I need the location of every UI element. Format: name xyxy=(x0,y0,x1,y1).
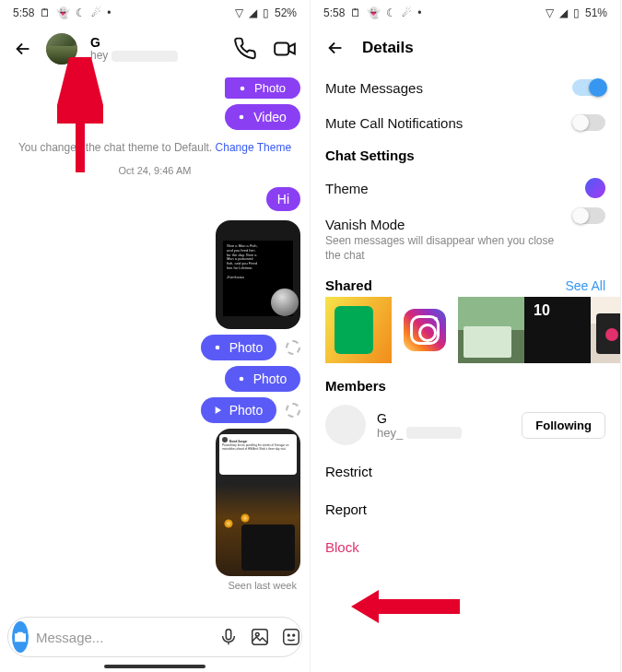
vanish-title: Vanish Mode xyxy=(325,217,405,232)
vanish-toggle[interactable] xyxy=(572,207,605,224)
moon-icon: ☾ xyxy=(386,6,396,19)
details-header: Details xyxy=(311,26,620,70)
member-avatar xyxy=(325,405,366,445)
photo-pill-top[interactable]: Photo xyxy=(225,77,300,99)
status-battery: 51% xyxy=(585,6,607,19)
notification-icon: 🗒 xyxy=(40,6,51,19)
redacted-text xyxy=(406,427,462,439)
back-icon[interactable] xyxy=(13,39,33,59)
mute-messages-row: Mute Messages xyxy=(311,70,620,105)
shared-header: Shared See All xyxy=(311,272,620,297)
chat-body: Photo Video You changed the chat theme t… xyxy=(0,72,310,613)
contact-title-block[interactable]: G hey xyxy=(90,36,178,63)
member-handle: hey_ xyxy=(377,426,462,440)
mute-calls-toggle[interactable] xyxy=(572,114,605,131)
back-icon[interactable] xyxy=(325,38,346,58)
change-theme-link[interactable]: Change Theme xyxy=(216,141,292,154)
video-burst-icon xyxy=(235,111,248,124)
member-row[interactable]: G hey_ Following xyxy=(311,399,620,453)
camera-button[interactable] xyxy=(12,621,29,653)
vanish-desc: Seen messages will disappear when you cl… xyxy=(325,234,605,263)
svg-point-8 xyxy=(255,632,259,636)
details-screen: 5:58 🗒 👻 ☾ ☄ • ▽ ◢ ▯ 51% Details Mute Me… xyxy=(311,0,621,672)
svg-point-4 xyxy=(239,377,243,382)
svg-point-1 xyxy=(241,86,245,90)
shared-thumbnails xyxy=(311,297,620,371)
details-title: Details xyxy=(362,39,414,57)
status-battery: 52% xyxy=(275,6,297,19)
mute-messages-toggle[interactable] xyxy=(572,79,605,96)
following-button[interactable]: Following xyxy=(522,412,605,439)
more-dot-icon: • xyxy=(417,6,421,19)
news-card: Barak Sangar Paramilitary forces patroll… xyxy=(219,434,297,475)
system-message: You changed the chat theme to Default. C… xyxy=(9,141,300,154)
battery-icon: ▯ xyxy=(263,6,269,19)
photo-pill-2[interactable]: Photo xyxy=(225,366,300,392)
chat-header: G hey xyxy=(0,26,310,72)
gallery-icon[interactable] xyxy=(250,627,270,647)
status-bar: 5:58 🗒 👻 ☾ ☄ • ▽ ◢ ▯ 52% xyxy=(0,0,310,26)
shared-thumb[interactable] xyxy=(458,297,524,363)
instagram-icon xyxy=(404,309,446,351)
play-icon xyxy=(211,404,224,417)
message-hi[interactable]: Hi xyxy=(266,187,300,211)
photo-pill-1[interactable]: Photo xyxy=(201,335,276,360)
audio-call-icon[interactable] xyxy=(234,37,258,61)
shared-thumb[interactable] xyxy=(325,297,392,363)
video-pill[interactable]: Video xyxy=(225,104,300,130)
block-row[interactable]: Block xyxy=(311,528,620,566)
redacted-text xyxy=(111,51,178,62)
vanish-row: Vanish Mode Seen messages will disappear… xyxy=(311,207,620,272)
sticker-icon[interactable] xyxy=(281,627,301,647)
restrict-row[interactable]: Restrict xyxy=(311,453,620,490)
svg-rect-6 xyxy=(226,630,231,640)
image-message-news[interactable]: Barak Sangar Paramilitary forces patroll… xyxy=(216,429,300,576)
message-composer xyxy=(7,617,302,657)
photo-pill-3[interactable]: Photo xyxy=(201,397,276,423)
battery-icon: ▯ xyxy=(573,6,580,19)
quote-face xyxy=(271,289,299,316)
snapchat-icon: 👻 xyxy=(56,6,70,19)
svg-rect-0 xyxy=(275,43,288,55)
photo-burst-icon xyxy=(211,341,224,354)
mute-calls-row: Mute Call Notifications xyxy=(311,105,620,140)
svg-rect-7 xyxy=(252,630,268,645)
weather-icon: ☄ xyxy=(91,6,101,19)
svg-point-11 xyxy=(293,634,295,636)
shared-label: Shared xyxy=(325,277,372,293)
more-dot-icon: • xyxy=(107,6,111,19)
image-message-quote[interactable]: Give a Man a Fish, and you feed him for … xyxy=(216,220,300,329)
theme-color-dot xyxy=(585,178,605,198)
notification-icon: 🗒 xyxy=(350,6,361,19)
chat-timestamp: Oct 24, 9:46 AM xyxy=(9,165,300,176)
loading-spinner-icon xyxy=(286,340,300,355)
shared-thumb[interactable] xyxy=(392,297,458,363)
member-name: G xyxy=(377,411,462,426)
camera-icon xyxy=(12,629,29,645)
mic-icon[interactable] xyxy=(218,627,239,647)
nav-handle[interactable] xyxy=(104,665,205,668)
video-call-icon[interactable] xyxy=(273,37,297,61)
seen-indicator: Seen last week xyxy=(9,580,300,591)
svg-point-2 xyxy=(240,115,244,120)
chat-settings-label: Chat Settings xyxy=(311,140,620,169)
theme-row[interactable]: Theme xyxy=(311,169,620,207)
chat-screen: 5:58 🗒 👻 ☾ ☄ • ▽ ◢ ▯ 52% G hey xyxy=(0,0,311,672)
message-input[interactable] xyxy=(36,630,211,645)
signal-icon: ◢ xyxy=(559,6,568,19)
shared-thumb[interactable] xyxy=(591,297,620,363)
report-row[interactable]: Report xyxy=(311,490,620,528)
see-all-link[interactable]: See All xyxy=(565,278,605,293)
contact-name: G xyxy=(90,36,178,50)
mute-calls-label: Mute Call Notifications xyxy=(325,115,463,131)
photo-burst-icon xyxy=(236,82,249,95)
contact-avatar[interactable] xyxy=(46,33,77,65)
svg-point-10 xyxy=(288,634,289,636)
photo-burst-icon xyxy=(235,372,248,385)
mute-messages-label: Mute Messages xyxy=(325,80,423,96)
svg-point-3 xyxy=(215,346,219,350)
members-label: Members xyxy=(311,371,620,399)
weather-icon: ☄ xyxy=(402,6,412,19)
loading-spinner-icon xyxy=(286,403,300,418)
shared-thumb[interactable] xyxy=(524,297,591,363)
